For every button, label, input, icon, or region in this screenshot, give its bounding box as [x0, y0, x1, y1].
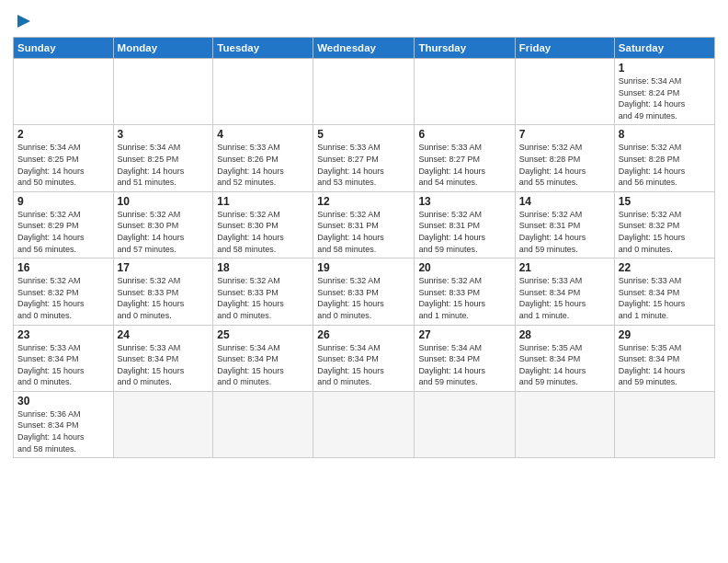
calendar-day-cell — [515, 59, 614, 125]
day-info-line: and 0 minutes. — [217, 310, 309, 322]
day-info-line: and 55 minutes. — [519, 177, 610, 189]
day-number: 23 — [17, 328, 109, 341]
logo — [13, 11, 34, 31]
day-info-line: and 0 minutes. — [118, 310, 210, 322]
day-info-line: Daylight: 14 hours — [519, 232, 610, 244]
calendar-day-cell: 12Sunrise: 5:32 AMSunset: 8:31 PMDayligh… — [313, 191, 415, 258]
calendar-week-row: 23Sunrise: 5:33 AMSunset: 8:34 PMDayligh… — [14, 325, 715, 391]
day-info-line: Sunrise: 5:32 AM — [519, 142, 610, 154]
day-number: 21 — [519, 261, 610, 274]
day-number: 4 — [217, 128, 309, 141]
day-info-line: and 58 minutes. — [217, 244, 309, 256]
day-info-line: and 59 minutes. — [418, 376, 510, 388]
day-info-line: Daylight: 15 hours — [217, 365, 309, 377]
day-number: 13 — [418, 195, 510, 208]
day-number: 5 — [317, 128, 410, 141]
calendar-day-cell — [213, 391, 313, 457]
day-info-line: Daylight: 14 hours — [317, 232, 410, 244]
calendar-day-cell: 26Sunrise: 5:34 AMSunset: 8:34 PMDayligh… — [313, 325, 415, 391]
day-info-line: Sunrise: 5:35 AM — [619, 342, 711, 354]
day-info-line: Sunrise: 5:33 AM — [418, 142, 510, 154]
day-info-line: and 0 minutes. — [17, 310, 109, 322]
day-info-line: Sunrise: 5:34 AM — [17, 142, 109, 154]
calendar-day-cell: 27Sunrise: 5:34 AMSunset: 8:34 PMDayligh… — [415, 325, 515, 391]
day-info-line: Daylight: 15 hours — [17, 365, 109, 377]
day-info-line: Sunrise: 5:32 AM — [118, 209, 210, 221]
calendar-day-cell — [113, 59, 213, 125]
calendar-day-cell: 9Sunrise: 5:32 AMSunset: 8:29 PMDaylight… — [14, 191, 114, 258]
day-info-line: Sunrise: 5:34 AM — [619, 75, 711, 87]
day-info-line: and 56 minutes. — [619, 177, 711, 189]
day-number: 9 — [17, 195, 109, 208]
day-number: 1 — [619, 62, 711, 75]
day-info-line: Daylight: 14 hours — [217, 232, 309, 244]
calendar-day-cell: 24Sunrise: 5:33 AMSunset: 8:34 PMDayligh… — [113, 325, 213, 391]
day-info-line: Daylight: 14 hours — [418, 232, 510, 244]
day-info-line: Sunset: 8:34 PM — [217, 353, 309, 365]
calendar-day-cell: 7Sunrise: 5:32 AMSunset: 8:28 PMDaylight… — [515, 125, 614, 191]
day-info-line: Sunset: 8:34 PM — [619, 353, 711, 365]
day-number: 6 — [418, 128, 510, 141]
calendar-header-row: SundayMondayTuesdayWednesdayThursdayFrid… — [14, 38, 715, 59]
day-number: 26 — [317, 328, 410, 341]
day-info-line: Daylight: 14 hours — [519, 166, 610, 178]
calendar-day-cell — [313, 391, 415, 457]
day-info-line: Sunset: 8:33 PM — [217, 287, 309, 299]
svg-marker-0 — [17, 15, 30, 28]
day-info-line: Sunset: 8:34 PM — [118, 353, 210, 365]
day-info-line: Daylight: 14 hours — [619, 365, 711, 377]
calendar-day-cell: 14Sunrise: 5:32 AMSunset: 8:31 PMDayligh… — [515, 191, 614, 258]
day-info-line: Sunrise: 5:32 AM — [17, 209, 109, 221]
day-info-line: Sunrise: 5:36 AM — [17, 408, 109, 420]
day-info-line: and 0 minutes. — [17, 376, 109, 388]
day-info-line: Sunrise: 5:33 AM — [17, 342, 109, 354]
day-info-line: Sunrise: 5:33 AM — [217, 142, 309, 154]
calendar-day-cell: 6Sunrise: 5:33 AMSunset: 8:27 PMDaylight… — [415, 125, 515, 191]
calendar-day-cell — [415, 391, 515, 457]
day-info-line: and 0 minutes. — [217, 376, 309, 388]
day-info-line: Daylight: 14 hours — [217, 166, 309, 178]
logo-icon — [14, 11, 34, 31]
day-info-line: and 1 minute. — [519, 310, 610, 322]
day-of-week-header: Saturday — [614, 38, 714, 59]
day-info-line: Sunset: 8:32 PM — [17, 287, 109, 299]
day-info-line: Sunset: 8:25 PM — [118, 154, 210, 166]
calendar-day-cell: 5Sunrise: 5:33 AMSunset: 8:27 PMDaylight… — [313, 125, 415, 191]
day-info-line: Sunrise: 5:32 AM — [217, 275, 309, 287]
day-info-line: Sunset: 8:33 PM — [317, 287, 410, 299]
calendar-day-cell: 13Sunrise: 5:32 AMSunset: 8:31 PMDayligh… — [415, 191, 515, 258]
day-number: 11 — [217, 195, 309, 208]
day-info-line: Sunset: 8:24 PM — [619, 87, 711, 99]
day-info-line: Daylight: 14 hours — [118, 166, 210, 178]
day-info-line: Daylight: 15 hours — [418, 298, 510, 310]
day-number: 25 — [217, 328, 309, 341]
day-info-line: and 1 minute. — [418, 310, 510, 322]
calendar-day-cell: 22Sunrise: 5:33 AMSunset: 8:34 PMDayligh… — [614, 259, 714, 325]
day-info-line: Daylight: 14 hours — [317, 166, 410, 178]
day-number: 12 — [317, 195, 410, 208]
day-info-line: Sunset: 8:33 PM — [118, 287, 210, 299]
day-info-line: Daylight: 14 hours — [418, 166, 510, 178]
calendar-day-cell: 4Sunrise: 5:33 AMSunset: 8:26 PMDaylight… — [213, 125, 313, 191]
day-number: 10 — [118, 195, 210, 208]
calendar-day-cell — [213, 59, 313, 125]
day-info-line: Daylight: 15 hours — [118, 365, 210, 377]
day-info-line: Daylight: 15 hours — [118, 298, 210, 310]
day-info-line: Sunset: 8:30 PM — [217, 220, 309, 232]
day-info-line: and 58 minutes. — [317, 244, 410, 256]
calendar-day-cell: 20Sunrise: 5:32 AMSunset: 8:33 PMDayligh… — [415, 259, 515, 325]
day-number: 20 — [418, 261, 510, 274]
day-info-line: and 50 minutes. — [17, 177, 109, 189]
day-info-line: Sunrise: 5:32 AM — [317, 275, 410, 287]
day-number: 2 — [17, 128, 109, 141]
day-info-line: and 54 minutes. — [418, 177, 510, 189]
day-number: 30 — [17, 395, 109, 408]
calendar-day-cell: 30Sunrise: 5:36 AMSunset: 8:34 PMDayligh… — [14, 391, 114, 457]
calendar-day-cell — [14, 59, 114, 125]
day-info-line: Sunrise: 5:35 AM — [519, 342, 610, 354]
calendar-day-cell: 8Sunrise: 5:32 AMSunset: 8:28 PMDaylight… — [614, 125, 714, 191]
day-info-line: Sunset: 8:31 PM — [519, 220, 610, 232]
day-info-line: Sunset: 8:26 PM — [217, 154, 309, 166]
calendar-table: SundayMondayTuesdayWednesdayThursdayFrid… — [13, 37, 715, 458]
day-info-line: Sunrise: 5:32 AM — [418, 275, 510, 287]
